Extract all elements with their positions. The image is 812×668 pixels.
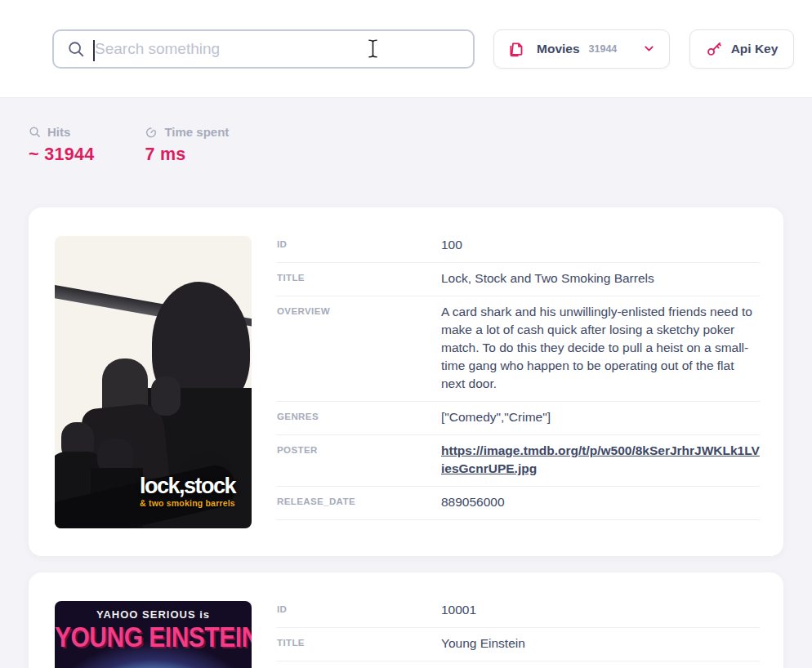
time-spent-label: Time spent [164, 125, 229, 139]
field-row-genres: GENRES ["Comedy","Crime"] [277, 402, 760, 435]
field-label: TITLE [277, 269, 441, 287]
result-card-young-einstein: YAHOO SERIOUS is YOUNG EINSTEIN ID 10001… [29, 572, 783, 668]
time-spent-stat: Time spent 7 ms [145, 125, 229, 165]
field-label: ID [277, 601, 441, 619]
field-row-id: ID 10001 [277, 601, 760, 628]
field-value: Lock, Stock and Two Smoking Barrels [441, 269, 760, 287]
search-stats: Hits ~ 31944 Time spent 7 ms [29, 98, 783, 165]
field-row-id: ID 100 [277, 236, 760, 263]
api-key-label: Api Key [731, 42, 779, 56]
field-row-title: TITLE Lock, Stock and Two Smoking Barrel… [277, 263, 760, 296]
search-icon [67, 40, 85, 58]
field-row-poster: POSTER https://image.tmdb.org/t/p/w500/8… [277, 435, 760, 487]
document-fields: ID 100 TITLE Lock, Stock and Two Smoking… [277, 236, 760, 528]
hits-magnifier-icon [29, 126, 41, 138]
search-input[interactable] [95, 40, 460, 58]
field-value: 10001 [441, 601, 760, 619]
top-bar: Movies 31944 Api Key [0, 0, 812, 98]
index-doc-count: 31944 [589, 43, 618, 55]
field-row-overview: OVERVIEW A card shark and his unwillingl… [277, 296, 760, 402]
index-name: Movies [537, 42, 580, 56]
results-area: Hits ~ 31944 Time spent 7 ms loc [0, 98, 812, 668]
time-spent-value: 7 ms [145, 145, 229, 165]
field-value: 889056000 [441, 493, 760, 511]
hits-value: ~ 31944 [29, 145, 94, 165]
api-key-button[interactable]: Api Key [689, 29, 794, 69]
poster-title-text: lock,stock [127, 474, 248, 497]
field-label: RELEASE_DATE [277, 493, 441, 511]
chevron-down-icon [642, 42, 656, 56]
search-box[interactable] [52, 29, 475, 69]
field-label: POSTER [277, 442, 441, 478]
field-value: Young Einstein [441, 635, 760, 652]
field-label: OVERVIEW [277, 303, 441, 393]
result-card-lock-stock: lock,stock & two smoking barrels ID 100 … [29, 207, 783, 556]
key-icon [706, 40, 723, 57]
field-row-release-date: RELEASE_DATE 889056000 [277, 487, 760, 520]
field-row-title: TITLE Young Einstein [277, 628, 760, 661]
field-label: TITLE [277, 635, 441, 652]
field-value: A card shark and his unwillingly-enliste… [441, 303, 760, 393]
movie-poster-lock-stock: lock,stock & two smoking barrels [55, 236, 252, 528]
field-value: ["Comedy","Crime"] [441, 408, 760, 426]
poster-top-text: YAHOO SERIOUS is [55, 608, 252, 621]
hits-stat: Hits ~ 31944 [29, 125, 94, 165]
field-row-overview: OVERVIEW Albert Einstein is the son of a… [277, 661, 760, 668]
field-value: 100 [441, 236, 760, 254]
text-caret [93, 40, 95, 61]
poster-subtitle-text: & two smoking barrels [127, 498, 248, 508]
movie-poster-young-einstein: YAHOO SERIOUS is YOUNG EINSTEIN [55, 601, 252, 668]
index-selector-dropdown[interactable]: Movies 31944 [493, 29, 670, 69]
field-label: GENRES [277, 408, 441, 426]
stopwatch-icon [145, 126, 158, 139]
documents-icon [507, 40, 524, 57]
ibeam-cursor [367, 38, 379, 59]
field-label: ID [277, 236, 441, 254]
hits-label: Hits [47, 125, 70, 139]
poster-url-link[interactable]: https://image.tmdb.org/t/p/w500/8kSerJrh… [441, 443, 760, 475]
poster-title-text: YOUNG EINSTEIN [55, 621, 252, 652]
document-fields: ID 10001 TITLE Young Einstein OVERVIEW A… [277, 601, 760, 668]
